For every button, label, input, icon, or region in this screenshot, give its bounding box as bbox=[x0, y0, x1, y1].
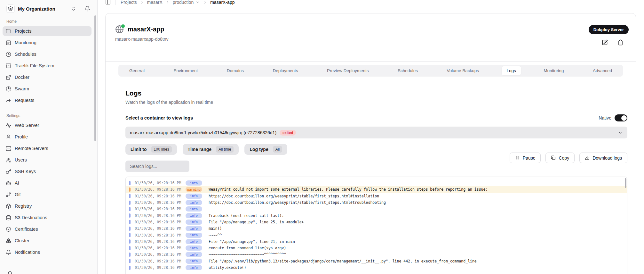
sidebar-item-web-server[interactable]: Web Server bbox=[3, 120, 91, 130]
log-row: 01/30/26, 09:28:16 PMinfo~~~~^^ bbox=[126, 232, 627, 238]
tab-environment[interactable]: Environment bbox=[167, 66, 204, 75]
sidebar-item-swarm[interactable]: Swarm bbox=[3, 84, 91, 94]
tab-general[interactable]: General bbox=[123, 66, 151, 75]
log-row: 01/30/26, 09:28:16 PMinfoFile "/app/mana… bbox=[126, 219, 627, 225]
log-row: 01/30/26, 09:28:16 PMinfoTraceback (most… bbox=[126, 212, 627, 219]
sidebar-item-registry[interactable]: Registry bbox=[3, 201, 91, 211]
log-timestamp: 01/30/26, 09:28:16 PM bbox=[135, 239, 183, 244]
log-message: File "/app/manage.py", line 21, in main bbox=[209, 239, 295, 244]
folder-icon bbox=[6, 29, 11, 34]
chevron-down-icon bbox=[618, 130, 623, 135]
log-row: 01/30/26, 09:28:16 PMinfohttps://doc.cou… bbox=[126, 199, 627, 206]
topbar: ProjectsmasarXproductionmasarX-app bbox=[105, 0, 636, 5]
key-icon bbox=[6, 169, 11, 174]
log-timestamp: 01/30/26, 09:28:16 PM bbox=[135, 246, 183, 250]
sidebar-item-notifications[interactable]: Notifications bbox=[3, 247, 91, 257]
breadcrumb-item-masarx-app[interactable]: masarX-app bbox=[210, 0, 235, 5]
pause-button[interactable]: Pause bbox=[510, 153, 541, 163]
sidebar-item-ssh-keys[interactable]: SSH Keys bbox=[3, 167, 91, 176]
log-level-badge: info bbox=[186, 252, 202, 257]
sidebar-item-schedules[interactable]: Schedules bbox=[3, 49, 91, 59]
sidebar-item-traefik-file-system[interactable]: Traefik File System bbox=[3, 61, 91, 71]
log-level-bar bbox=[129, 253, 131, 257]
org-switcher[interactable]: My Organization bbox=[3, 0, 91, 14]
sidebar-item-requests[interactable]: Requests bbox=[3, 95, 91, 105]
log-level-badge: info bbox=[186, 206, 202, 212]
filter-log-type[interactable]: Log typeAll bbox=[244, 144, 287, 155]
breadcrumb-item-projects[interactable]: Projects bbox=[121, 0, 137, 5]
tab-volume-backups[interactable]: Volume Backups bbox=[441, 66, 486, 75]
log-level-badge: info bbox=[186, 239, 202, 244]
chevron-right-icon bbox=[165, 0, 170, 4]
log-timestamp: 01/30/26, 09:28:16 PM bbox=[135, 194, 183, 198]
log-row: 01/30/26, 09:28:16 PMinfo~~~~~~~~~~~~~~~… bbox=[126, 251, 627, 258]
logs-title: Logs bbox=[125, 89, 627, 97]
tab-schedules[interactable]: Schedules bbox=[391, 66, 424, 75]
sidebar-item-label: SSH Keys bbox=[15, 169, 36, 174]
tab-deployments[interactable]: Deployments bbox=[266, 66, 305, 75]
delete-app-button[interactable] bbox=[617, 39, 624, 46]
breadcrumb-item-production[interactable]: production bbox=[173, 0, 194, 5]
sidebar-item-users[interactable]: Users bbox=[3, 155, 91, 165]
layers-icon bbox=[8, 6, 13, 11]
sidebar-item-label: Git bbox=[15, 192, 21, 197]
sidebar-item-cluster[interactable]: Cluster bbox=[3, 236, 91, 245]
log-message: Traceback (most recent call last): bbox=[209, 213, 284, 218]
sidebar-toggle-button[interactable] bbox=[105, 0, 111, 5]
log-level-bar bbox=[129, 266, 131, 270]
log-row: 01/30/26, 09:28:16 PMinfomain() bbox=[126, 225, 627, 232]
copy-button[interactable]: Copy bbox=[545, 153, 575, 163]
log-scrollbar[interactable] bbox=[625, 178, 626, 188]
bell-icon bbox=[84, 6, 90, 12]
activity-icon bbox=[6, 123, 11, 128]
breadcrumb-dropdown[interactable] bbox=[195, 0, 200, 4]
container-select[interactable]: masarx-masarxapp-do8tnv.1.yrwlux5xkuzb01… bbox=[125, 127, 627, 138]
log-timestamp: 01/30/26, 09:28:16 PM bbox=[135, 226, 183, 231]
org-expand-button[interactable] bbox=[71, 6, 76, 11]
log-level-badge: warning bbox=[186, 187, 202, 192]
log-level-bar bbox=[129, 207, 131, 211]
notifications-bell-button[interactable] bbox=[84, 6, 90, 12]
sidebar-item-profile[interactable]: Profile bbox=[3, 132, 91, 142]
filter-time-range[interactable]: Time rangeAll time bbox=[183, 144, 239, 155]
log-timestamp: 01/30/26, 09:28:16 PM bbox=[135, 181, 183, 185]
sidebar-item-ai[interactable]: AI bbox=[3, 178, 91, 188]
tab-monitoring[interactable]: Monitoring bbox=[537, 66, 570, 75]
tab-advanced[interactable]: Advanced bbox=[586, 66, 618, 75]
user-icon bbox=[6, 134, 11, 140]
edit-app-button[interactable] bbox=[602, 39, 608, 46]
breadcrumb-item-masarx[interactable]: masarX bbox=[147, 0, 163, 5]
main-area: ProjectsmasarXproductionmasarX-app masar… bbox=[98, 0, 644, 274]
archive-icon bbox=[6, 63, 11, 69]
sidebar-item-label: S3 Destinations bbox=[15, 215, 47, 220]
sidebar-item-s3-destinations[interactable]: S3 Destinations bbox=[3, 213, 91, 222]
log-timestamp: 01/30/26, 09:28:16 PM bbox=[135, 259, 183, 263]
bot-icon bbox=[6, 180, 11, 186]
breadcrumb: ProjectsmasarXproductionmasarX-app bbox=[121, 0, 235, 5]
sidebar-item-docker[interactable]: Docker bbox=[3, 72, 91, 82]
filter-label: Limit to bbox=[131, 147, 147, 152]
filter-limit-to[interactable]: Limit to100 lines bbox=[125, 144, 177, 155]
tab-preview-deployments[interactable]: Preview Deployments bbox=[321, 66, 375, 75]
sidebar-item-projects[interactable]: Projects bbox=[3, 26, 91, 36]
sidebar-item-git[interactable]: Git bbox=[3, 190, 91, 199]
topbar-separator bbox=[115, 0, 115, 5]
sidebar-scrollbar[interactable] bbox=[94, 15, 96, 141]
sidebar-item-remote-servers[interactable]: Remote Servers bbox=[3, 144, 91, 153]
chevron-right-icon bbox=[165, 0, 170, 4]
sidebar: My Organization HomeProjectsMonitoringSc… bbox=[0, 0, 98, 274]
log-row: 01/30/26, 09:28:16 PMinfoFile "/app/mana… bbox=[126, 238, 627, 245]
tabs-bar: GeneralEnvironmentDomainsDeploymentsPrev… bbox=[118, 65, 623, 77]
download-logs-button[interactable]: Download logs bbox=[579, 153, 627, 163]
log-level-badge: info bbox=[186, 233, 202, 238]
container-select-label: Select a container to view logs bbox=[125, 115, 193, 120]
status-dot bbox=[121, 24, 125, 28]
sidebar-item-certificates[interactable]: Certificates bbox=[3, 224, 91, 234]
native-toggle[interactable] bbox=[615, 114, 627, 121]
tab-logs[interactable]: Logs bbox=[502, 66, 521, 75]
sidebar-item-monitoring[interactable]: Monitoring bbox=[3, 38, 91, 47]
sidebar-item-label: Projects bbox=[15, 29, 31, 34]
tab-domains[interactable]: Domains bbox=[220, 66, 250, 75]
search-logs-input[interactable] bbox=[125, 161, 189, 172]
sidebar-item-label: Cluster bbox=[15, 238, 29, 243]
